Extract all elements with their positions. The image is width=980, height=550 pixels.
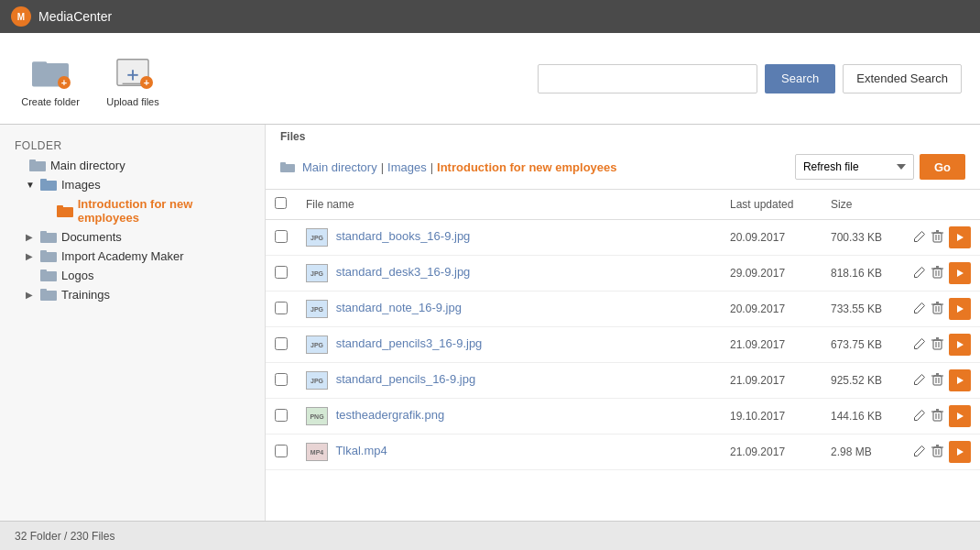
row-checkbox[interactable] bbox=[275, 445, 288, 457]
row-checkbox[interactable] bbox=[275, 409, 288, 422]
play-button[interactable] bbox=[949, 441, 971, 463]
play-icon bbox=[955, 447, 964, 456]
row-name-cell: JPG standard_books_16-9.jpg bbox=[297, 220, 721, 256]
breadcrumb-main-directory[interactable]: Main directory bbox=[302, 160, 377, 174]
file-name-link[interactable]: standard_desk3_16-9.jpg bbox=[336, 265, 471, 279]
sidebar-item-logos[interactable]: Logos bbox=[0, 266, 265, 285]
edit-button[interactable] bbox=[913, 266, 926, 281]
table-row: JPG standard_desk3_16-9.jpg 29.09.2017 8… bbox=[266, 256, 980, 292]
row-checkbox[interactable] bbox=[275, 337, 288, 350]
row-name-cell: JPG standard_pencils_16-9.jpg bbox=[297, 363, 721, 399]
file-name-link[interactable]: standard_note_16-9.jpg bbox=[336, 301, 462, 314]
row-checkbox[interactable] bbox=[275, 266, 288, 279]
row-check-cell bbox=[266, 363, 297, 399]
table-row: PNG testheadergrafik.png 19.10.2017 144.… bbox=[266, 399, 980, 434]
file-name-link[interactable]: testheadergrafik.png bbox=[336, 408, 445, 422]
play-button[interactable] bbox=[949, 405, 971, 427]
file-name-link[interactable]: Tlkal.mp4 bbox=[335, 444, 387, 457]
svg-rect-3 bbox=[32, 61, 47, 68]
create-folder-plus-icon: + bbox=[58, 76, 71, 89]
table-row: JPG standard_note_16-9.jpg 20.09.2017 73… bbox=[266, 292, 980, 327]
svg-rect-13 bbox=[57, 205, 63, 209]
row-actions-cell bbox=[904, 220, 980, 256]
play-button[interactable] bbox=[949, 226, 971, 248]
edit-button[interactable] bbox=[913, 230, 926, 246]
sidebar-item-introduction[interactable]: Introduction for new employees bbox=[0, 194, 265, 227]
edit-button[interactable] bbox=[913, 302, 926, 317]
play-button[interactable] bbox=[949, 262, 971, 284]
row-size-cell: 2.98 MB bbox=[822, 434, 904, 470]
row-actions bbox=[913, 369, 971, 391]
row-check-cell bbox=[266, 327, 297, 363]
sidebar-item-import-academy[interactable]: ▶ Import Academy Maker bbox=[0, 247, 265, 266]
sidebar-item-trainings[interactable]: ▶ Trainings bbox=[0, 285, 265, 304]
svg-marker-47 bbox=[957, 341, 964, 348]
row-actions bbox=[913, 262, 971, 284]
edit-button[interactable] bbox=[913, 337, 926, 353]
row-size-cell: 700.33 KB bbox=[822, 220, 904, 256]
sidebar-item-main-directory[interactable]: Main directory bbox=[0, 156, 265, 175]
play-button[interactable] bbox=[949, 298, 971, 320]
pencil-icon bbox=[913, 266, 926, 279]
th-size: Size bbox=[822, 190, 904, 220]
delete-button[interactable] bbox=[931, 266, 943, 281]
trash-icon bbox=[931, 373, 943, 386]
sidebar-item-documents[interactable]: ▶ Documents bbox=[0, 227, 265, 247]
file-type-badge: JPG bbox=[306, 371, 328, 390]
edit-button[interactable] bbox=[913, 373, 926, 389]
search-input[interactable] bbox=[538, 64, 757, 94]
folder-icon bbox=[57, 204, 73, 218]
file-name-link[interactable]: standard_books_16-9.jpg bbox=[336, 229, 471, 243]
refresh-area: Refresh file Go bbox=[795, 154, 965, 180]
file-type-badge: JPG bbox=[306, 336, 328, 354]
th-date: Last updated bbox=[721, 190, 822, 220]
th-filename: File name bbox=[297, 190, 721, 220]
play-button[interactable] bbox=[949, 369, 971, 391]
extended-search-button[interactable]: Extended Search bbox=[843, 64, 962, 94]
row-checkbox[interactable] bbox=[275, 373, 288, 386]
table-header-row: File name Last updated Size bbox=[266, 190, 980, 220]
trash-icon bbox=[931, 230, 943, 243]
main-layout: Folder Main directory ▼ Images Introduct… bbox=[0, 125, 980, 521]
row-checkbox[interactable] bbox=[275, 230, 288, 243]
breadcrumb-current: Introduction for new employees bbox=[437, 160, 616, 174]
row-name-cell: PNG testheadergrafik.png bbox=[297, 399, 721, 434]
refresh-select[interactable]: Refresh file bbox=[795, 154, 914, 180]
row-date-cell: 21.09.2017 bbox=[721, 327, 822, 363]
create-folder-button[interactable]: + Create folder bbox=[18, 50, 82, 107]
pencil-icon bbox=[913, 445, 926, 457]
file-name-link[interactable]: standard_pencils_16-9.jpg bbox=[336, 372, 476, 386]
upload-files-plus-icon: + bbox=[140, 76, 153, 89]
folder-icon bbox=[40, 288, 57, 302]
delete-button[interactable] bbox=[931, 373, 943, 389]
row-check-cell bbox=[266, 434, 297, 470]
trash-icon bbox=[931, 337, 943, 350]
breadcrumb-images[interactable]: Images bbox=[387, 160, 427, 174]
file-name-link[interactable]: standard_pencils3_16-9.jpg bbox=[336, 336, 483, 350]
select-all-checkbox[interactable] bbox=[275, 197, 287, 209]
svg-marker-53 bbox=[957, 377, 964, 384]
breadcrumb: Main directory | Images | Introduction f… bbox=[280, 160, 617, 174]
file-table-body: JPG standard_books_16-9.jpg 20.09.2017 7… bbox=[266, 220, 980, 470]
search-button[interactable]: Search bbox=[765, 64, 835, 94]
svg-rect-11 bbox=[40, 179, 47, 182]
folder-icon bbox=[40, 249, 57, 263]
delete-button[interactable] bbox=[931, 337, 943, 353]
edit-button[interactable] bbox=[913, 409, 926, 424]
delete-button[interactable] bbox=[931, 302, 943, 317]
trash-icon bbox=[931, 266, 943, 279]
row-checkbox[interactable] bbox=[275, 302, 288, 314]
go-button[interactable]: Go bbox=[920, 154, 965, 180]
upload-files-button[interactable]: + Upload files bbox=[101, 50, 165, 107]
delete-button[interactable] bbox=[931, 409, 943, 424]
sidebar-item-label: Trainings bbox=[61, 288, 110, 302]
trash-icon bbox=[931, 445, 943, 457]
edit-button[interactable] bbox=[913, 445, 926, 460]
statusbar-text: 32 Folder / 230 Files bbox=[15, 530, 114, 543]
delete-button[interactable] bbox=[931, 230, 943, 246]
play-button[interactable] bbox=[949, 334, 971, 356]
sidebar-item-images[interactable]: ▼ Images bbox=[0, 175, 265, 194]
file-type-badge: MP4 bbox=[306, 443, 328, 461]
table-row: JPG standard_pencils_16-9.jpg 21.09.2017… bbox=[266, 363, 980, 399]
delete-button[interactable] bbox=[931, 445, 943, 460]
